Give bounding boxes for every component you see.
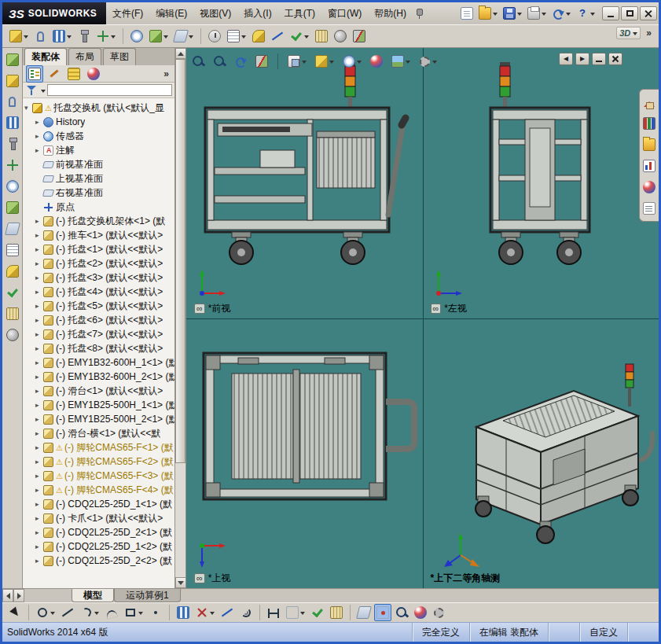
expand-arrow-icon[interactable] bbox=[35, 231, 43, 239]
tree-item[interactable]: (-) 托盘<5> (默认<<默认> bbox=[23, 299, 174, 313]
tree-item[interactable]: (-) 托盘<7> (默认<<默认> bbox=[23, 327, 174, 341]
toolbar-overflow-chevron[interactable]: » bbox=[644, 28, 654, 39]
insert-components-button[interactable] bbox=[4, 72, 21, 90]
panel-tab[interactable]: 草图 bbox=[103, 48, 136, 65]
show-hidden-components-button[interactable] bbox=[128, 28, 145, 45]
smart-fasteners-button[interactable] bbox=[75, 28, 93, 45]
dock-left-button[interactable] bbox=[559, 53, 573, 65]
expand-arrow-icon[interactable] bbox=[35, 458, 43, 466]
interference-detection-button[interactable] bbox=[288, 28, 311, 45]
reference-plane-button[interactable] bbox=[355, 604, 373, 621]
edit-component-button[interactable] bbox=[4, 51, 21, 68]
filter-icon[interactable] bbox=[25, 84, 38, 97]
section-view-button[interactable] bbox=[351, 28, 368, 45]
undo-button[interactable] bbox=[549, 5, 573, 22]
tree-item[interactable]: (-) 脚轮CMAS65-F<1> (默 bbox=[23, 440, 174, 454]
tree-item[interactable]: (-) 脚轮CMAS65-F<4> (默 bbox=[23, 483, 174, 497]
tree-item[interactable]: History bbox=[23, 115, 174, 129]
tree-item[interactable]: (-) 托盘<6> (默认<<默认> bbox=[23, 313, 174, 327]
viewport-close-button[interactable] bbox=[608, 53, 622, 65]
expand-arrow-icon[interactable] bbox=[35, 259, 43, 267]
expand-arrow-icon[interactable] bbox=[35, 330, 43, 338]
move-component-button[interactable] bbox=[4, 156, 21, 174]
expand-arrow-icon[interactable] bbox=[35, 359, 43, 366]
expand-arrow-icon[interactable] bbox=[35, 302, 43, 310]
tree-item[interactable]: (-) 滑台<1> (默认<<默认> bbox=[23, 384, 174, 398]
bill-of-materials-button[interactable] bbox=[225, 28, 248, 45]
dock-right-button[interactable] bbox=[575, 53, 589, 65]
arc-button[interactable] bbox=[78, 604, 101, 621]
tree-item[interactable]: 托盘交换机 (默认<默认_显 bbox=[23, 101, 174, 115]
scrollbar-track[interactable] bbox=[175, 59, 185, 577]
measure-button[interactable] bbox=[4, 305, 21, 322]
expand-arrow-icon[interactable] bbox=[35, 316, 43, 324]
save-button[interactable] bbox=[501, 5, 524, 22]
zoom-button[interactable] bbox=[393, 604, 410, 621]
expand-arrow-icon[interactable] bbox=[35, 245, 43, 253]
apply-scene-button[interactable] bbox=[389, 53, 413, 70]
tree-item[interactable]: (-) 托盘<4> (默认<<默认> bbox=[23, 285, 174, 299]
linear-component-pattern-button[interactable] bbox=[4, 114, 21, 131]
expand-arrow-icon[interactable] bbox=[35, 557, 43, 565]
view-orientation-button[interactable] bbox=[285, 53, 309, 70]
tree-item[interactable]: (-) EMY1B25-500H_2<1> (默 bbox=[23, 412, 174, 426]
tree-item[interactable]: (-) 托盘<1> (默认<<默认> bbox=[23, 242, 174, 256]
expand-arrow-icon[interactable] bbox=[35, 472, 43, 480]
expand-arrow-icon[interactable] bbox=[35, 118, 43, 126]
new-motion-study-button[interactable] bbox=[206, 28, 223, 45]
menu-item[interactable]: 文件(F) bbox=[106, 2, 149, 24]
menu-pin-icon[interactable] bbox=[413, 7, 425, 20]
display-style-button[interactable] bbox=[313, 53, 336, 70]
exploded-view-button[interactable] bbox=[4, 263, 21, 280]
custom-status-button[interactable]: 自定义 bbox=[579, 623, 627, 642]
tree-item[interactable]: (-) 脚轮CMAS65-F<2> (默 bbox=[23, 454, 174, 469]
settings-button[interactable] bbox=[431, 605, 447, 621]
assembly-features-button[interactable] bbox=[147, 28, 171, 45]
point-button[interactable] bbox=[147, 604, 164, 621]
featuremanager-tab[interactable] bbox=[26, 65, 43, 83]
expand-arrow-icon[interactable] bbox=[35, 146, 43, 154]
expand-arrow-icon[interactable] bbox=[35, 132, 43, 140]
view-settings-button[interactable] bbox=[417, 53, 439, 70]
tree-item[interactable]: (-) EMY1B32-600H_2<1> (默 bbox=[23, 370, 174, 384]
select-button[interactable] bbox=[6, 604, 24, 621]
expand-arrow-icon[interactable] bbox=[35, 543, 43, 550]
smart-fasteners-button[interactable] bbox=[4, 135, 21, 153]
tree-item[interactable]: (-) EMY1B25-500H_1<1> (默 bbox=[23, 398, 174, 412]
expand-arrow-icon[interactable] bbox=[35, 288, 43, 296]
filter-input[interactable] bbox=[47, 84, 172, 96]
tab-scroll-left-button[interactable] bbox=[2, 589, 13, 602]
viewport-minimize-button[interactable] bbox=[592, 53, 606, 65]
zoom-area-button[interactable] bbox=[211, 53, 228, 70]
previous-view-button[interactable] bbox=[232, 53, 249, 70]
propertymanager-tab[interactable] bbox=[46, 65, 63, 83]
bill-of-materials-button[interactable] bbox=[4, 241, 21, 259]
close-button[interactable] bbox=[640, 6, 657, 20]
appearance-button[interactable] bbox=[412, 604, 429, 621]
tree-item[interactable]: (-) 卡爪<1> (默认<<默认> bbox=[23, 511, 174, 525]
expand-arrow-icon[interactable] bbox=[35, 217, 43, 225]
mate-button[interactable] bbox=[32, 28, 49, 45]
line-button[interactable] bbox=[59, 604, 76, 621]
smart-dimension-button[interactable] bbox=[265, 604, 282, 621]
explode-line-sketch-button[interactable] bbox=[269, 28, 286, 45]
menu-item[interactable]: 视图(V) bbox=[193, 2, 237, 24]
trim-entities-button[interactable] bbox=[193, 604, 217, 621]
mirror-entities-button[interactable] bbox=[174, 604, 192, 621]
viewport-splitter-horizontal[interactable] bbox=[186, 318, 659, 319]
edit-appearance-button[interactable] bbox=[368, 53, 385, 70]
tree-item[interactable]: 原点 bbox=[23, 200, 174, 214]
expand-arrow-icon[interactable] bbox=[24, 104, 32, 112]
expand-arrow-icon[interactable] bbox=[35, 486, 43, 494]
graphics-area[interactable]: ∞ *前视 bbox=[186, 48, 659, 588]
configurationmanager-tab[interactable] bbox=[65, 65, 83, 83]
menu-item[interactable]: 帮助(H) bbox=[368, 2, 413, 24]
rectangle-button[interactable] bbox=[122, 604, 145, 621]
insert-components-button[interactable] bbox=[7, 28, 31, 45]
file-explorer-tab[interactable] bbox=[641, 137, 657, 153]
tree-item[interactable]: (-) 推车<1> (默认<<默认> bbox=[23, 228, 174, 242]
help-button[interactable] bbox=[574, 5, 597, 22]
tree-item[interactable]: (-) CDQ2L25-25D_2<2> (默 bbox=[23, 554, 174, 568]
convert-entities-button[interactable] bbox=[218, 604, 236, 621]
mate-button[interactable] bbox=[4, 94, 20, 110]
